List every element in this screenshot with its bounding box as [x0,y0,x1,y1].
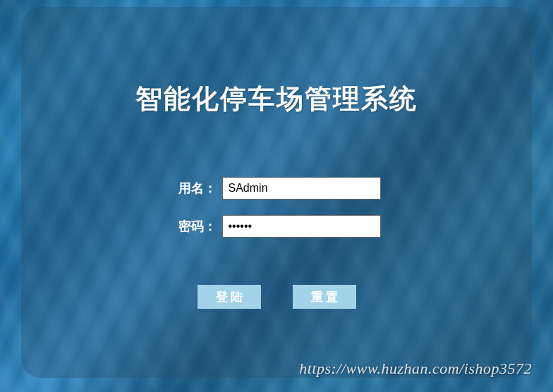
password-row: 密码： [173,215,381,238]
button-row: 登陆 重置 [198,285,356,309]
login-panel: 智能化停车场管理系统 用名： 密码： 登陆 重置 [21,7,532,378]
username-input[interactable] [222,177,381,200]
login-form: 用名： 密码： 登陆 重置 [49,177,504,309]
reset-button[interactable]: 重置 [293,285,356,309]
username-row: 用名： [173,177,381,200]
page-title: 智能化停车场管理系统 [49,81,504,117]
username-label: 用名： [173,180,217,197]
password-label: 密码： [173,218,217,235]
password-input[interactable] [222,215,381,238]
login-button[interactable]: 登陆 [198,285,261,309]
